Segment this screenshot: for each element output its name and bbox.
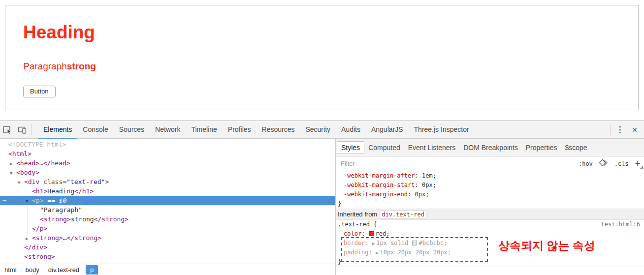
style-token: #bcbcbc; xyxy=(419,240,447,246)
dom-token: <strong> xyxy=(32,234,63,242)
dom-tree-row[interactable]: ▼<body> xyxy=(0,168,335,177)
dom-token: </head> xyxy=(43,159,70,167)
paragraph-strong-text: strong xyxy=(67,61,96,71)
dom-token: <strong> xyxy=(40,215,71,223)
style-token: : xyxy=(369,249,376,256)
breadcrumb-item-body[interactable]: body xyxy=(21,265,44,275)
styles-tab-styles[interactable]: Styles xyxy=(337,141,364,154)
style-declaration-row[interactable]: -webkit-margin-after: 1em; xyxy=(336,171,644,181)
style-token: } xyxy=(338,258,341,265)
style-token: 1em; xyxy=(422,172,436,179)
breadcrumb-item-div-text-red[interactable]: div.text-red xyxy=(44,265,84,275)
dom-token: "Paragraph" xyxy=(40,206,82,214)
dom-token: </strong> xyxy=(66,234,101,242)
add-class-button[interactable]: .cls xyxy=(614,160,629,167)
style-token: : xyxy=(361,230,368,237)
style-declaration-row[interactable]: -webkit-margin-end: 0px; xyxy=(336,190,644,199)
style-declaration-row[interactable]: test.html:6.text-red { xyxy=(336,220,644,229)
dom-token: = xyxy=(63,178,66,185)
dom-tree-row[interactable]: ▼<div class="text-red"> xyxy=(0,177,335,186)
dom-token: <head> xyxy=(16,159,39,167)
breadcrumb: htmlbodydiv.text-redp xyxy=(0,264,335,275)
close-devtools-icon[interactable]: ✕ xyxy=(627,121,642,139)
style-token: ▶ xyxy=(372,241,375,246)
style-token: red; xyxy=(376,230,390,237)
style-token: -webkit-margin-after xyxy=(344,172,415,179)
devtools-tab-security[interactable]: Security xyxy=(300,121,336,139)
toggle-element-state-button[interactable]: :hov xyxy=(579,160,593,167)
styles-tab-properties[interactable]: Properties xyxy=(522,144,561,152)
devtools-tab-profiles[interactable]: Profiles xyxy=(223,121,257,139)
color-swatch-red[interactable] xyxy=(369,231,374,236)
style-token: : xyxy=(415,182,422,188)
styles-rules: -webkit-margin-after: 1em;-webkit-margin… xyxy=(336,171,644,267)
devtools-panels: <!DOCTYPE html><html>▶<head>…</head>▼<bo… xyxy=(0,139,644,275)
color-swatch-gray[interactable] xyxy=(412,241,417,245)
dom-token: … xyxy=(39,159,43,167)
dom-token: <!DOCTYPE html> xyxy=(8,141,66,148)
style-declaration-row[interactable]: color: red; xyxy=(336,229,644,239)
dom-token: Heading xyxy=(47,187,74,195)
devtools-tab-audits[interactable]: Audits xyxy=(336,121,366,139)
styles-tab-computed[interactable]: Computed xyxy=(364,144,404,152)
browser-page-preview: Heading Paragraphstrong Button xyxy=(0,0,644,121)
devtools-tab-angularjs[interactable]: AngularJS xyxy=(366,121,409,139)
devtools-tab-resources[interactable]: Resources xyxy=(257,121,300,139)
dom-tree-row[interactable]: <h1>Heading</h1> xyxy=(0,186,335,196)
dom-tree-row-selected[interactable]: ⋯▼<p> == $0 xyxy=(0,196,335,205)
style-token: 0px; xyxy=(422,182,436,188)
dom-token: <h1> xyxy=(32,187,47,195)
dom-tree-row[interactable]: ▶<strong>…</strong> xyxy=(0,233,335,243)
styles-tab-event-listeners[interactable]: Event Listeners xyxy=(404,144,460,152)
dom-token: == $0 xyxy=(43,197,66,204)
dom-tree-row[interactable]: ▶<head>…</head> xyxy=(0,158,335,168)
devtools-tab-bar: ElementsConsoleSourcesNetworkTimelinePro… xyxy=(38,121,475,139)
devtools-tab-three-js-inspector[interactable]: Three.js Inspector xyxy=(409,121,475,139)
dom-tree-row[interactable]: <!DOCTYPE html> xyxy=(0,140,335,149)
dom-token: </p> xyxy=(32,225,47,232)
styles-tab-$scope[interactable]: $scope xyxy=(561,144,591,152)
dom-tree-row[interactable]: <html> xyxy=(0,149,335,158)
devtools-tab-console[interactable]: Console xyxy=(77,121,113,139)
devtools-tab-network[interactable]: Network xyxy=(150,121,186,139)
dom-tree-row[interactable]: <strong> xyxy=(0,252,335,261)
toolbar-divider xyxy=(32,124,32,135)
page-button[interactable]: Button xyxy=(23,86,56,97)
breadcrumb-item-p[interactable]: p xyxy=(86,265,98,275)
style-token: } xyxy=(338,200,341,207)
style-token: -webkit-margin-start xyxy=(344,182,415,188)
dom-tree-row[interactable]: </div> xyxy=(0,243,335,252)
dom-token: <html> xyxy=(8,150,32,157)
styles-filter-input[interactable] xyxy=(340,159,448,168)
style-declaration-row[interactable]: border: ▶1px solid #bcbcbc; xyxy=(336,239,644,248)
inspect-element-icon[interactable] xyxy=(0,121,15,139)
devtools-tab-sources[interactable]: Sources xyxy=(114,121,150,139)
breadcrumb-item-html[interactable]: html xyxy=(0,265,21,275)
annotation-text: 상속되지 않는 속성 xyxy=(498,238,595,253)
dom-tree-row[interactable]: "Paragraph" xyxy=(0,205,335,214)
resize-corner-icon xyxy=(640,166,643,169)
styles-panel: StylesComputedEvent ListenersDOM Breakpo… xyxy=(335,139,644,275)
dom-token: </h1> xyxy=(74,187,94,195)
dom-token: <strong> xyxy=(24,253,55,260)
dom-tree-row[interactable]: </p> xyxy=(0,224,335,233)
devtools-tab-timeline[interactable]: Timeline xyxy=(186,121,222,139)
element-state-icon[interactable] xyxy=(599,159,608,168)
style-token: : xyxy=(408,191,415,198)
style-declaration-row[interactable]: } xyxy=(336,257,644,267)
dom-tree-row[interactable]: <strong>strong</strong> xyxy=(0,214,335,224)
styles-tab-dom-breakpoints[interactable]: DOM Breakpoints xyxy=(459,144,521,152)
device-toolbar-icon[interactable] xyxy=(15,121,30,139)
style-declaration-row[interactable]: -webkit-margin-start: 0px; xyxy=(336,181,644,190)
overflow-menu-icon[interactable]: ⋮ xyxy=(612,121,627,139)
style-source-link[interactable]: test.html:6 xyxy=(601,220,640,229)
style-declaration-row[interactable]: } xyxy=(336,199,644,209)
devtools-tab-elements[interactable]: Elements xyxy=(38,121,77,139)
styles-tab-bar: StylesComputedEvent ListenersDOM Breakpo… xyxy=(336,139,644,156)
inherited-node-link[interactable]: div.text-red xyxy=(380,211,426,218)
style-token: .text-red { xyxy=(338,221,377,228)
more-actions-icon[interactable]: ⋯ xyxy=(2,196,7,205)
style-declaration-row[interactable]: padding: ▶10px 20px 20px 20px; xyxy=(336,248,644,257)
screenshot-root: Heading Paragraphstrong Button ElementsC… xyxy=(0,0,644,275)
paragraph-text: Paragraph xyxy=(23,61,67,71)
